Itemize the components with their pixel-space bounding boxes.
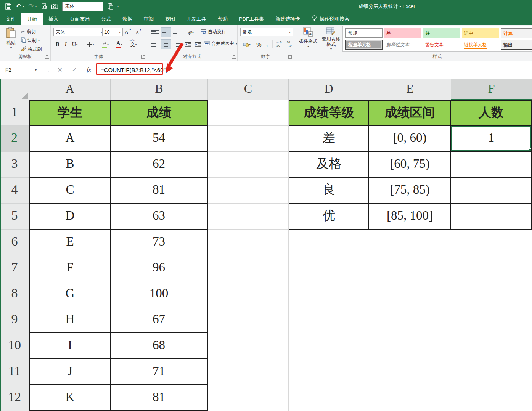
copy-button[interactable]: 复制 ▾ xyxy=(20,36,41,45)
cell-C2[interactable] xyxy=(208,126,289,152)
row-header-10[interactable]: 10 xyxy=(0,333,29,359)
tab-文件[interactable]: 文件 xyxy=(0,13,21,25)
cell-D2[interactable]: 差 xyxy=(289,126,369,152)
tab-开始[interactable]: 开始 xyxy=(21,13,43,25)
camera-icon[interactable] xyxy=(51,2,58,11)
cell-E7[interactable] xyxy=(369,255,451,281)
redo-button[interactable]: ↷ xyxy=(28,2,34,11)
cell-A8[interactable]: G xyxy=(29,281,111,307)
name-box-dropdown-icon[interactable]: ▾ xyxy=(35,68,37,72)
cell-F4[interactable] xyxy=(451,178,532,204)
cell-style-check[interactable]: 检查单元格 xyxy=(345,40,383,50)
cell-D7[interactable] xyxy=(289,255,369,281)
cell-style-good[interactable]: 好 xyxy=(423,28,460,38)
cell-C7[interactable] xyxy=(208,255,289,281)
redo-dropdown-icon[interactable]: ▾ xyxy=(35,5,37,8)
tab-视图[interactable]: 视图 xyxy=(159,13,181,25)
cell-A5[interactable]: D xyxy=(29,204,111,230)
cell-B4[interactable]: 81 xyxy=(111,178,208,204)
wrap-text-button[interactable]: 自动换行 xyxy=(199,27,227,36)
column-header-A[interactable]: A xyxy=(29,79,111,100)
column-header-C[interactable]: C xyxy=(208,79,289,100)
cell-C4[interactable] xyxy=(208,178,289,204)
cell-A4[interactable]: C xyxy=(29,178,111,204)
cell-A6[interactable]: E xyxy=(29,230,111,255)
number-dialog-launcher[interactable] xyxy=(288,55,292,59)
cell-C8[interactable] xyxy=(208,281,289,307)
tab-PDF工具集[interactable]: PDF工具集 xyxy=(233,13,270,25)
cell-D12[interactable] xyxy=(289,385,369,411)
enter-button[interactable]: ✓ xyxy=(68,61,81,79)
cell-E8[interactable] xyxy=(369,281,451,307)
cell-C9[interactable] xyxy=(208,307,289,333)
fill-handle[interactable] xyxy=(529,148,532,151)
column-header-D[interactable]: D xyxy=(289,79,369,100)
decrease-decimal-button[interactable]: .00→.0 xyxy=(284,39,294,49)
cell-F5[interactable] xyxy=(451,204,532,230)
cell-C3[interactable] xyxy=(208,152,289,178)
cell-F9[interactable] xyxy=(451,307,532,333)
paste-dropdown-icon[interactable]: ▾ xyxy=(10,46,12,50)
format-as-table-button[interactable]: 套用表格格式 ▾ xyxy=(321,27,341,51)
name-box[interactable]: F2 ▾ xyxy=(0,61,41,79)
cell-B9[interactable]: 67 xyxy=(111,307,208,333)
paste-icon[interactable] xyxy=(108,2,113,11)
copy-dropdown-icon[interactable]: ▾ xyxy=(38,39,40,42)
align-center-button[interactable] xyxy=(161,39,171,49)
comma-style-button[interactable]: , xyxy=(263,39,271,49)
increase-font-button[interactable]: A xyxy=(121,27,132,37)
cell-D9[interactable] xyxy=(289,307,369,333)
cell-D6[interactable] xyxy=(289,230,369,255)
cell-E12[interactable] xyxy=(369,385,451,411)
tell-me-search[interactable]: 操作说明搜索 xyxy=(312,13,349,25)
cell-A9[interactable]: H xyxy=(29,307,111,333)
decrease-indent-button[interactable] xyxy=(183,39,193,49)
column-header-F[interactable]: F xyxy=(451,79,532,100)
cell-B3[interactable]: 62 xyxy=(111,152,208,178)
undo-dropdown-icon[interactable]: ▾ xyxy=(23,5,24,8)
cell-C1[interactable] xyxy=(208,100,289,126)
increase-decimal-button[interactable]: ←.0.00 xyxy=(274,39,284,49)
cell-C10[interactable] xyxy=(208,333,289,359)
cell-B11[interactable]: 71 xyxy=(111,359,208,385)
cell-E10[interactable] xyxy=(369,333,451,359)
conditional-formatting-button[interactable]: ≠ 条件格式 ▾ xyxy=(297,27,319,48)
cell-A11[interactable]: J xyxy=(29,359,111,385)
orientation-button[interactable]: ab▾ xyxy=(184,27,197,37)
cell-E11[interactable] xyxy=(369,359,451,385)
tab-新建选项卡[interactable]: 新建选项卡 xyxy=(270,13,306,25)
cell-style-output[interactable]: 输出 xyxy=(501,40,532,50)
undo-button[interactable]: ↶ xyxy=(16,2,21,11)
save-icon[interactable] xyxy=(5,2,11,11)
row-header-12[interactable]: 12 xyxy=(0,385,29,411)
cell-F1[interactable]: 人数 xyxy=(451,100,532,126)
qat-font-name-box[interactable]: 宋体 xyxy=(62,2,103,11)
tab-开发工具[interactable]: 开发工具 xyxy=(181,13,212,25)
cell-D8[interactable] xyxy=(289,281,369,307)
cell-B5[interactable]: 63 xyxy=(111,204,208,230)
row-header-3[interactable]: 3 xyxy=(0,152,29,178)
font-name-combo[interactable]: 宋体▾ xyxy=(53,28,104,36)
row-header-9[interactable]: 9 xyxy=(0,307,29,333)
fill-color-button[interactable]: ▾ xyxy=(98,39,112,49)
cell-B2[interactable]: 54 xyxy=(111,126,208,152)
bold-button[interactable]: B xyxy=(53,39,62,49)
cell-A3[interactable]: B xyxy=(29,152,111,178)
cell-F12[interactable] xyxy=(451,385,532,411)
align-middle-button[interactable] xyxy=(161,27,171,37)
row-header-1[interactable]: 1 xyxy=(0,100,29,126)
cell-A12[interactable]: K xyxy=(29,385,111,411)
cell-style-normal[interactable]: 常规 xyxy=(345,28,383,38)
increase-indent-button[interactable] xyxy=(193,39,203,49)
paste-button[interactable]: 粘贴 ▾ xyxy=(3,27,19,50)
decrease-font-button[interactable]: A xyxy=(132,27,143,37)
merge-center-button[interactable]: 合并后居中 ▾ xyxy=(203,39,238,48)
cell-style-warn[interactable]: 警告文本 xyxy=(423,40,460,50)
cell-F8[interactable] xyxy=(451,281,532,307)
cell-C12[interactable] xyxy=(208,385,289,411)
align-top-button[interactable] xyxy=(150,27,161,37)
cell-E2[interactable]: [0, 60) xyxy=(369,126,451,152)
cell-D1[interactable]: 成绩等级 xyxy=(289,100,369,126)
number-format-combo[interactable]: 常规▾ xyxy=(240,28,293,36)
cell-style-calc[interactable]: 计算 xyxy=(501,28,532,38)
